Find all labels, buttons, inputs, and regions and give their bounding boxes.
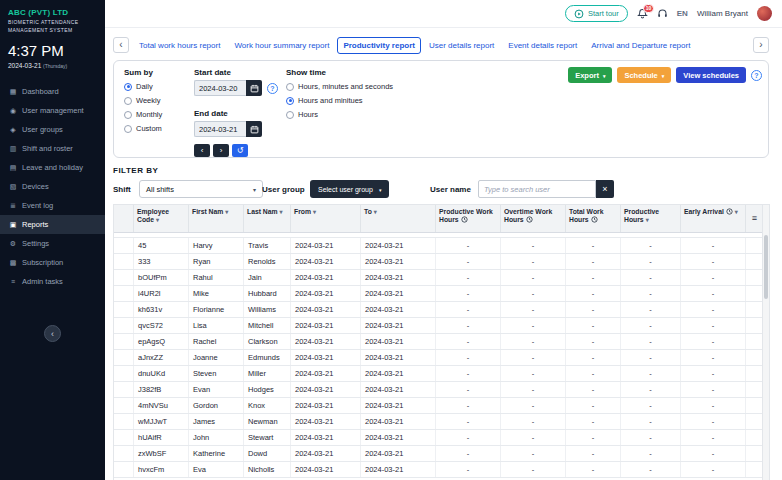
notifications-button[interactable]: 10 <box>637 8 648 19</box>
column-header-productive-work-hours[interactable]: Productive Work Hours <box>436 205 501 232</box>
start-tour-button[interactable]: Start tour <box>565 5 628 22</box>
cell: Clarkson <box>244 334 291 349</box>
table-scrollbar[interactable] <box>762 205 769 480</box>
tab-total-work-hours-report[interactable]: Total work hours report <box>133 37 226 54</box>
app-subtitle-line2: MANAGEMENT SYSTEM <box>8 27 97 33</box>
sort-icon[interactable]: ▾ <box>225 209 228 215</box>
start-date-help-icon[interactable] <box>267 83 278 94</box>
shift-label: Shift <box>113 180 131 199</box>
cell: Evan <box>189 382 244 397</box>
show-time-option-hours-and-minitues[interactable]: Hours and minitues <box>286 95 393 106</box>
radio-icon[interactable] <box>124 111 132 119</box>
sort-icon[interactable]: ▾ <box>313 209 316 215</box>
tab-arrival-and-departure-report[interactable]: Arrival and Departure report <box>585 37 696 54</box>
cell: Joanne <box>189 350 244 365</box>
scrollbar-thumb[interactable] <box>764 235 768 299</box>
sum-by-option-daily[interactable]: Daily <box>124 81 162 92</box>
language-selector[interactable]: EN <box>677 9 688 18</box>
column-header-overtime-work-hours[interactable]: Overtime Work Hours <box>501 205 566 232</box>
cell: Gordon <box>189 398 244 413</box>
user-name[interactable]: William Bryant <box>697 9 748 18</box>
export-button[interactable]: Export <box>568 67 612 83</box>
panel-help-icon[interactable] <box>751 70 762 81</box>
column-header-last-nam[interactable]: Last Nam▾ <box>244 205 291 232</box>
cell: Jain <box>244 270 291 285</box>
cell: - <box>501 334 566 349</box>
clear-search-button[interactable] <box>596 180 614 198</box>
view-schedules-button[interactable]: View schedules <box>676 67 746 83</box>
sort-icon[interactable]: ▾ <box>280 209 283 215</box>
user-group-select[interactable]: Select user group <box>310 180 389 198</box>
cell: dnuUKd <box>134 366 189 381</box>
sum-by-option-weekly[interactable]: Weekly <box>124 95 162 106</box>
radio-icon[interactable] <box>286 111 294 119</box>
shift-select[interactable]: All shifts <box>139 180 263 198</box>
column-header-label: First Nam <box>192 208 223 215</box>
radio-icon[interactable] <box>124 97 132 105</box>
tabs-scroll-right-button[interactable] <box>753 37 769 53</box>
column-menu-icon[interactable]: ≡ <box>749 208 760 228</box>
sidebar-collapse-button[interactable] <box>44 325 61 342</box>
radio-label: Monthly <box>136 110 162 119</box>
cell: 2024-03-21 <box>291 286 361 301</box>
sidebar-item-reports[interactable]: ▣Reports <box>0 215 105 234</box>
start-date-calendar-button[interactable] <box>246 80 262 96</box>
end-date-calendar-button[interactable] <box>246 121 262 137</box>
tabs-scroll-left-button[interactable] <box>113 37 129 53</box>
reset-date-button[interactable] <box>232 144 248 157</box>
radio-icon[interactable] <box>286 83 294 91</box>
show-time-option-hours[interactable]: Hours <box>286 109 393 120</box>
sum-by-option-custom[interactable]: Custom <box>124 123 162 134</box>
sidebar-item-dashboard[interactable]: ▦Dashboard <box>0 82 105 101</box>
sidebar-item-settings[interactable]: ⚙Settings <box>0 234 105 253</box>
sidebar-item-user-groups[interactable]: ◈User groups <box>0 120 105 139</box>
cell: - <box>501 302 566 317</box>
tab-productivity-report[interactable]: Productivity report <box>337 37 421 54</box>
cell: - <box>436 382 501 397</box>
show-time-option-hours-minutes-and-seconds[interactable]: Hours, minutes and seconds <box>286 81 393 92</box>
clock-icon <box>724 208 733 215</box>
sidebar-item-shift-and-roster[interactable]: ▥Shift and roster <box>0 139 105 158</box>
column-header-early-arrival[interactable]: Early Arrival▾ <box>681 205 746 232</box>
column-header-employee-code[interactable]: Employee Code▾ <box>134 205 189 232</box>
column-header-productive-hours[interactable]: Productive Hours▾ <box>621 205 681 232</box>
prev-date-button[interactable] <box>194 144 210 157</box>
column-header-first-nam[interactable]: First Nam▾ <box>189 205 244 232</box>
sidebar-item-event-log[interactable]: ≣Event log <box>0 196 105 215</box>
column-header-select <box>114 205 134 232</box>
cell: - <box>566 254 621 269</box>
radio-label: Daily <box>136 82 153 91</box>
end-date-input[interactable] <box>194 121 246 137</box>
sort-icon[interactable]: ▾ <box>374 209 377 215</box>
cell: 2024-03-21 <box>291 414 361 429</box>
cell: - <box>621 318 681 333</box>
sidebar-item-admin-tasks[interactable]: ≡Admin tasks <box>0 272 105 291</box>
cell: 2024-03-21 <box>361 430 436 445</box>
column-header-total-work-hours[interactable]: Total Work Hours <box>566 205 621 232</box>
column-header-to[interactable]: To▾ <box>361 205 436 232</box>
sidebar-item-leave-and-holiday[interactable]: ▤Leave and holiday <box>0 158 105 177</box>
sidebar-item-subscription[interactable]: ▩Subscription <box>0 253 105 272</box>
sidebar-item-devices[interactable]: ▧Devices <box>0 177 105 196</box>
radio-icon[interactable] <box>286 97 294 105</box>
radio-icon[interactable] <box>124 83 132 91</box>
column-header-from[interactable]: From▾ <box>291 205 361 232</box>
user-search-input[interactable] <box>478 180 596 198</box>
avatar[interactable] <box>757 6 772 21</box>
radio-label: Hours <box>298 110 318 119</box>
tab-user-details-report[interactable]: User details report <box>423 37 500 54</box>
sort-icon[interactable]: ▾ <box>156 217 159 223</box>
next-date-button[interactable] <box>213 144 229 157</box>
cell: - <box>501 318 566 333</box>
tab-event-details-report[interactable]: Event details report <box>502 37 583 54</box>
sidebar-item-user-management[interactable]: ◉User management <box>0 101 105 120</box>
sum-by-option-monthly[interactable]: Monthly <box>124 109 162 120</box>
tab-work-hour-summary-report[interactable]: Work hour summary report <box>228 37 335 54</box>
schedule-button[interactable]: Schedule <box>617 67 671 83</box>
sort-icon[interactable]: ▾ <box>735 209 738 215</box>
radio-icon[interactable] <box>124 125 132 133</box>
support-button[interactable] <box>657 8 668 19</box>
calendar-icon <box>250 125 259 134</box>
sort-icon[interactable]: ▾ <box>646 217 649 223</box>
start-date-input[interactable] <box>194 80 246 96</box>
